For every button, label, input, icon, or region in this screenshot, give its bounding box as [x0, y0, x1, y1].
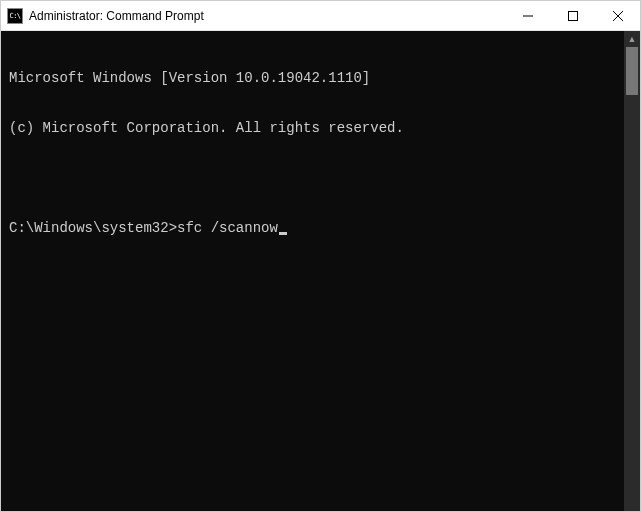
maximize-button[interactable]: [550, 1, 595, 30]
terminal-blank-line: [9, 169, 624, 187]
terminal-line: (c) Microsoft Corporation. All rights re…: [9, 119, 624, 137]
titlebar[interactable]: C:\ Administrator: Command Prompt: [1, 1, 640, 31]
cmd-icon: C:\: [7, 8, 23, 24]
terminal-line: Microsoft Windows [Version 10.0.19042.11…: [9, 69, 624, 87]
scroll-up-arrow-icon[interactable]: ▲: [624, 31, 640, 47]
window-title: Administrator: Command Prompt: [29, 9, 505, 23]
minimize-button[interactable]: [505, 1, 550, 30]
cursor-icon: [279, 232, 287, 235]
scroll-thumb[interactable]: [626, 47, 638, 95]
terminal-prompt-line: C:\Windows\system32>sfc /scannow: [9, 220, 624, 236]
scrollbar[interactable]: ▲: [624, 31, 640, 511]
terminal-content[interactable]: Microsoft Windows [Version 10.0.19042.11…: [1, 31, 624, 511]
close-button[interactable]: [595, 1, 640, 30]
terminal-area[interactable]: Microsoft Windows [Version 10.0.19042.11…: [1, 31, 640, 511]
svg-rect-1: [568, 11, 577, 20]
window-controls: [505, 1, 640, 30]
terminal-prompt: C:\Windows\system32>: [9, 220, 177, 236]
command-prompt-window: C:\ Administrator: Command Prompt Micros…: [0, 0, 641, 512]
terminal-command: sfc /scannow: [177, 220, 278, 236]
